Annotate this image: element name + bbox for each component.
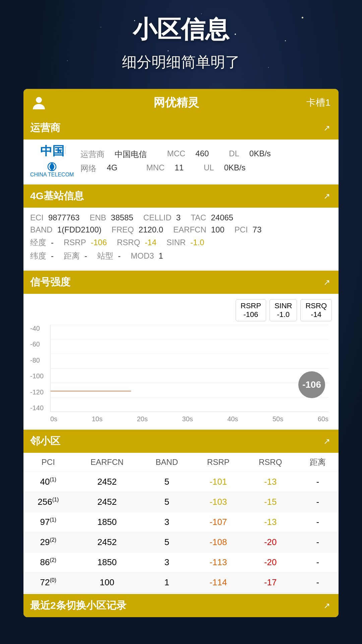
page-title: 小区信息 (20, 13, 342, 46)
latitude-label: 纬度 (30, 251, 46, 261)
rsrp-pair: RSRP -106 (64, 238, 107, 247)
rsrp-badge-value: -106 (241, 310, 261, 319)
sinr-pair: SINR -1.0 (167, 238, 204, 247)
band-value: 1(FDD2100) (57, 225, 102, 234)
cell-distance: - (297, 573, 339, 593)
rsrp-value: -106 (91, 238, 107, 247)
telecom-name: CHINA TELECOM (30, 172, 74, 178)
station-row3: 经度 - RSRP -106 RSRQ -14 SINR -1.0 (30, 237, 332, 248)
telecom-logo: 中国电信 CHINA TELECOM (30, 145, 74, 178)
pci-label: PCI (235, 225, 248, 234)
station-type-label: 站型 (97, 251, 113, 261)
neighbor-expand-icon: ↗ (322, 436, 332, 446)
tac-label: TAC (191, 213, 206, 222)
cell-distance: - (297, 492, 339, 512)
operator-section-header[interactable]: 运营商 ↗ (23, 116, 339, 140)
cell-pci: 86(2) (23, 552, 73, 573)
latitude-pair: 纬度 - (30, 251, 54, 261)
y-label-0: -40 (30, 325, 44, 332)
cell-pci: 40(1) (23, 472, 73, 492)
table-row: 97(1) 1850 3 -107 -13 - (23, 512, 339, 532)
mod3-label: MOD3 (131, 251, 154, 261)
x-label-6: 60s (318, 415, 328, 423)
chart-x-labels: 0s 10s 20s 30s 40s 50s 60s (50, 415, 328, 423)
operator-row1: 运营商 中国电信 MCC 460 DL 0KB/s (80, 149, 332, 160)
cell-distance: - (297, 512, 339, 532)
mcc-value: 460 (195, 149, 209, 160)
mcc-label: MCC (167, 149, 185, 160)
operator-expand-icon: ↗ (322, 123, 332, 133)
svg-text:中国电信: 中国电信 (40, 145, 65, 158)
eci-label: ECI (30, 213, 44, 222)
signal-body: RSRP -106 SINR -1.0 RSRQ -14 (23, 294, 339, 428)
cell-pci: 97(1) (23, 512, 73, 532)
ul-value: 0KB/s (224, 163, 245, 174)
signal-expand-icon: ↗ (322, 277, 332, 287)
cell-band: 5 (141, 472, 192, 492)
y-label-5: -140 (30, 404, 44, 412)
rsrq-label: RSRQ (117, 238, 140, 247)
station-section-header[interactable]: 4G基站信息 ↗ (23, 184, 339, 208)
mod3-value: 1 (159, 251, 163, 261)
cell-pci: 72(0) (23, 573, 73, 593)
distance-value: - (84, 251, 87, 261)
earfcn-label: EARFCN (173, 225, 206, 234)
cell-band: 3 (141, 512, 192, 532)
rsrq-badge-value: -14 (305, 310, 327, 319)
station-type-value: - (118, 251, 121, 261)
cell-rsrp: -113 (192, 552, 244, 573)
operator-row2: 网络 4G MNC 11 UL 0KB/s (80, 163, 332, 174)
cell-earfcn: 1850 (73, 552, 141, 573)
rsrq-pair: RSRQ -14 (117, 238, 157, 247)
cellid-pair: CELLID 3 (143, 213, 181, 222)
bottom-section-header[interactable]: 最近2条切换小区记录 ↗ (23, 594, 339, 617)
cell-rsrp: -108 (192, 532, 244, 552)
longitude-value: - (51, 238, 54, 247)
rsrp-label: RSRP (64, 238, 86, 247)
rsrq-value: -14 (145, 238, 157, 247)
station-body: ECI 9877763 ENB 38585 CELLID 3 TAC 24065 (23, 208, 339, 269)
y-label-1: -60 (30, 340, 44, 348)
y-label-4: -120 (30, 388, 44, 396)
station-expand-icon: ↗ (322, 191, 332, 201)
user-icon (32, 95, 46, 110)
longitude-pair: 经度 - (30, 237, 54, 248)
dl-value: 0KB/s (249, 149, 271, 160)
signal-chart: -106 (50, 325, 328, 412)
neighbor-section-header[interactable]: 邻小区 ↗ (23, 430, 339, 453)
col-pci: PCI (23, 453, 73, 472)
tac-pair: TAC 24065 (191, 213, 233, 222)
station-row1: ECI 9877763 ENB 38585 CELLID 3 TAC 24065 (30, 213, 332, 222)
earfcn-value: 100 (211, 225, 224, 234)
cell-earfcn: 2452 (73, 532, 141, 552)
signal-current-value: -106 (298, 371, 325, 398)
longitude-label: 经度 (30, 237, 46, 248)
latitude-value: - (51, 251, 54, 261)
cell-earfcn: 100 (73, 573, 141, 593)
col-band: BAND (141, 453, 192, 472)
slot-label: 卡槽1 (306, 96, 330, 109)
card-header: 网优精灵 卡槽1 (23, 89, 339, 116)
signal-line (51, 391, 131, 391)
station-title: 4G基站信息 (30, 189, 84, 203)
sinr-badge-label: SINR (275, 302, 292, 310)
x-label-3: 30s (182, 415, 193, 423)
cell-earfcn: 2452 (73, 472, 141, 492)
cell-rsrp: -107 (192, 512, 244, 532)
operator-title: 运营商 (30, 121, 60, 135)
col-earfcn: EARFCN (73, 453, 141, 472)
enb-label: ENB (89, 213, 106, 222)
freq-value: 2120.0 (138, 225, 163, 234)
x-label-4: 40s (227, 415, 238, 423)
band-label: BAND (30, 225, 53, 234)
freq-label: FREQ (112, 225, 134, 234)
rsrp-badge: RSRP -106 (236, 299, 266, 321)
cell-rsrq: -20 (244, 532, 297, 552)
table-row: 40(1) 2452 5 -101 -13 - (23, 472, 339, 492)
signal-section-header[interactable]: 信号强度 ↗ (23, 271, 339, 294)
y-label-2: -80 (30, 357, 44, 364)
eci-value: 9877763 (48, 213, 79, 222)
col-rsrp: RSRP (192, 453, 244, 472)
cell-distance: - (297, 552, 339, 573)
sinr-value: -1.0 (190, 238, 204, 247)
